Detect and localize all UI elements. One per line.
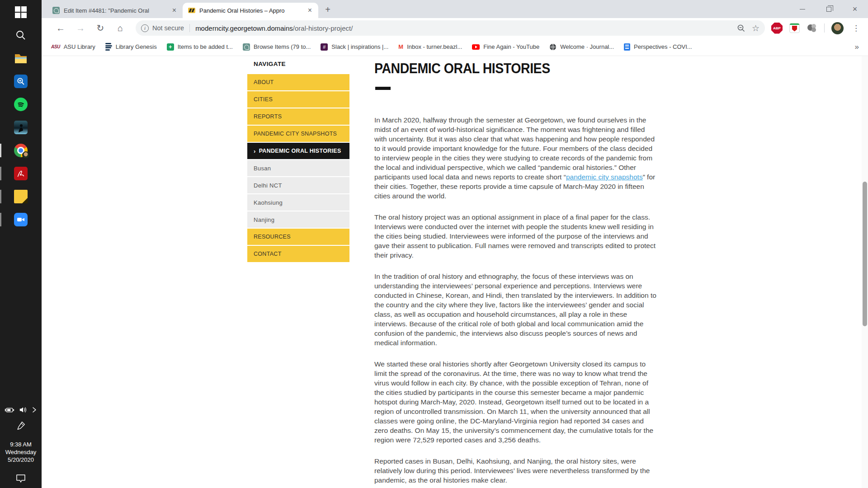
tray-expand-chevron-icon[interactable] <box>32 407 37 413</box>
file-explorer-icon <box>14 52 28 64</box>
acrobat-icon <box>14 167 28 180</box>
bookmark-asu-library[interactable]: ASU ASU Library <box>46 43 100 50</box>
url-path: /oral-history-project/ <box>293 24 353 32</box>
asu-logo-icon: ASU <box>51 44 60 49</box>
minimize-button[interactable] <box>789 0 816 18</box>
nav-item-label: PANDEMIC ORAL HISTORIES <box>259 148 341 154</box>
forward-button[interactable]: → <box>71 23 90 33</box>
url-text[interactable]: moderncity.georgetown.domains/oral-histo… <box>195 24 737 32</box>
reload-button[interactable]: ↻ <box>90 23 110 33</box>
nav-item-pandemic-oral-histories[interactable]: ›PANDEMIC ORAL HISTORIES <box>247 143 349 159</box>
article: PANDEMIC ORAL HISTORIES In March 2020, h… <box>374 61 659 488</box>
tab-strip: Edit Item #4481: "Pandemic Oral × Pandem… <box>42 0 868 18</box>
molecule-extension-icon[interactable] <box>807 23 817 33</box>
window-controls: × <box>789 0 868 18</box>
kindle-button[interactable] <box>0 118 42 137</box>
security-label[interactable]: Not secure <box>152 24 184 32</box>
toolbar-divider <box>824 23 825 33</box>
search-icon <box>15 29 27 41</box>
close-icon: × <box>853 5 858 13</box>
nav-item-busan[interactable]: Busan <box>247 160 349 176</box>
bookmarks-overflow-chevron[interactable]: » <box>850 42 863 52</box>
zoom-app-button[interactable] <box>0 210 42 229</box>
battery-charging-icon[interactable] <box>5 407 14 413</box>
nav-item-contact[interactable]: CONTACT <box>247 246 349 262</box>
zoom-app-icon <box>14 213 28 226</box>
restore-icon <box>826 7 831 12</box>
nav-item-pandemic-city-snapshots[interactable]: PANDEMIC CITY SNAPSHOTS <box>247 126 349 142</box>
taskbar-search-button[interactable] <box>0 26 42 45</box>
close-window-button[interactable]: × <box>842 0 868 18</box>
zoom-level-icon[interactable] <box>737 24 745 33</box>
tab-close-icon[interactable]: × <box>307 7 313 14</box>
nav-item-delhi-nct[interactable]: Delhi NCT <box>247 177 349 193</box>
nav-item-cities[interactable]: CITIES <box>247 91 349 108</box>
adblock-plus-extension-icon[interactable]: ABP <box>771 23 783 34</box>
title-rule <box>375 87 391 90</box>
mcafee-webadvisor-extension-icon[interactable] <box>789 23 800 33</box>
clock-day: Wednesday <box>5 448 36 456</box>
action-center-icon[interactable] <box>15 474 26 483</box>
address-divider <box>189 24 190 32</box>
start-button[interactable] <box>0 3 42 22</box>
extensions-row: ABP ⋮ <box>771 22 862 34</box>
nav-header: NAVIGATE <box>254 61 349 67</box>
browser-menu-icon[interactable]: ⋮ <box>850 23 862 33</box>
bookmark-browse-items[interactable]: Browse Items (79 to... <box>238 43 316 51</box>
bookmark-library-genesis[interactable]: Library Genesis <box>100 43 162 51</box>
magnifier-app-button[interactable] <box>0 72 42 91</box>
globe-icon <box>549 43 557 51</box>
nav-item-resources[interactable]: RESOURCES <box>247 229 349 245</box>
omeka-favicon <box>52 7 60 14</box>
spotify-button[interactable] <box>0 95 42 114</box>
web-page: NAVIGATE ABOUT CITIES REPORTS PANDEMIC C… <box>42 56 868 488</box>
bookmark-label: Welcome · Journal... <box>560 43 614 50</box>
paragraph-1: In March 2020, halfway through the semes… <box>374 115 659 201</box>
tab-pandemic-oral-histories[interactable]: Pandemic Oral Histories – Appro × <box>183 3 318 18</box>
address-bar[interactable]: i Not secure moderncity.georgetown.domai… <box>136 20 765 36</box>
sticky-notes-button[interactable] <box>0 187 42 206</box>
site-info-icon[interactable]: i <box>141 24 149 32</box>
nav-item-nanjing[interactable]: Nanjing <box>247 211 349 228</box>
bookmark-youtube[interactable]: Fine Again - YouTube <box>467 43 544 50</box>
taskbar-clock[interactable]: 9:38 AM Wednesday 5/20/2020 <box>5 441 36 464</box>
slack-icon: # <box>321 43 328 51</box>
clock-time: 9:38 AM <box>5 441 36 448</box>
paragraph-4: We started these oral histories shortly … <box>374 359 659 445</box>
paragraph-5: Reported cases in Busan, Delhi, Kaohsiun… <box>374 456 659 485</box>
nav-item-kaohsiung[interactable]: Kaohsiung <box>247 194 349 211</box>
pandemic-city-snapshots-link[interactable]: pandemic city snapshots <box>566 173 643 181</box>
file-explorer-button[interactable] <box>0 49 42 68</box>
tab-title: Pandemic Oral Histories – Appro <box>199 7 303 14</box>
windows-taskbar: 9:38 AM Wednesday 5/20/2020 <box>0 0 42 488</box>
page-scrollbar[interactable] <box>862 56 868 488</box>
nav-item-reports[interactable]: REPORTS <box>247 108 349 125</box>
volume-icon[interactable] <box>19 406 28 413</box>
youtube-icon <box>472 44 480 50</box>
bookmark-inbox[interactable]: M Inbox - turner.beazl... <box>393 43 467 50</box>
new-tab-button[interactable]: + <box>321 3 335 16</box>
bookmark-label: Fine Again - YouTube <box>483 43 539 50</box>
minimize-icon <box>800 9 805 9</box>
restore-button[interactable] <box>816 0 842 18</box>
scrollbar-thumb[interactable] <box>863 182 867 326</box>
home-button[interactable]: ⌂ <box>110 23 130 33</box>
windows-ink-pen-icon[interactable] <box>16 421 26 431</box>
chrome-button[interactable] <box>0 141 42 160</box>
tab-edit-item[interactable]: Edit Item #4481: "Pandemic Oral × <box>47 3 183 18</box>
acrobat-button[interactable] <box>0 164 42 183</box>
bookmark-items-to-be-added[interactable]: + Items to be added t... <box>162 43 238 51</box>
chrome-profile-avatar <box>22 151 29 159</box>
gmail-icon: M <box>398 43 403 50</box>
taskbar-pinned-apps <box>0 3 42 229</box>
back-button[interactable]: ← <box>51 23 71 33</box>
bookmark-perspectives[interactable]: Perspectives - COVI... <box>619 43 697 51</box>
nav-item-about[interactable]: ABOUT <box>247 74 349 90</box>
bookmark-label: Library Genesis <box>116 43 157 50</box>
bookmark-label: Items to be added t... <box>178 43 233 50</box>
bookmark-star-icon[interactable]: ☆ <box>752 23 760 33</box>
tab-close-icon[interactable]: × <box>171 7 177 14</box>
bookmark-slack[interactable]: # Slack | inspirations |... <box>316 43 393 51</box>
profile-avatar[interactable] <box>831 22 844 34</box>
bookmark-journal[interactable]: Welcome · Journal... <box>544 43 619 51</box>
